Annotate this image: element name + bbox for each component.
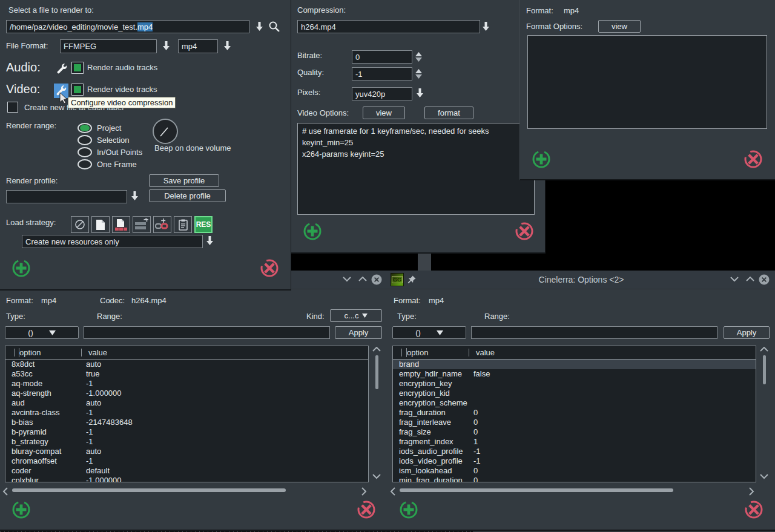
format-options-view-button[interactable]: view — [598, 20, 641, 33]
scroll-up-icon[interactable] — [760, 347, 768, 352]
table-row[interactable]: audauto — [5, 398, 368, 408]
load-nothing-button[interactable] — [71, 216, 89, 233]
video-options-format-button[interactable]: format — [424, 107, 473, 119]
table-row[interactable]: coderdefault — [5, 466, 368, 476]
extension-dropdown-icon[interactable] — [223, 41, 231, 51]
shade-window-button[interactable] — [343, 277, 351, 282]
scroll-left-icon[interactable] — [2, 487, 8, 496]
table-row[interactable]: fragment_index1 — [393, 437, 756, 447]
horizontal-scroll-thumb[interactable] — [12, 488, 286, 492]
render-video-checkbox[interactable] — [71, 84, 84, 96]
type-dropdown[interactable]: () — [5, 326, 79, 339]
table-row[interactable]: chromaoffset-1 — [5, 456, 368, 466]
kind-dropdown[interactable]: c...c — [330, 309, 382, 322]
extension-input[interactable]: mp4 — [178, 39, 218, 53]
table-row[interactable]: iods_video_profile-1 — [393, 456, 756, 466]
table-row[interactable]: aq-strength-1.000000 — [5, 389, 368, 398]
shade-window-button[interactable] — [730, 277, 739, 282]
table-row[interactable]: b-bias-2147483648 — [5, 418, 368, 427]
value-column-header[interactable]: value — [476, 348, 495, 357]
table-row[interactable]: cplxblur-1.000000 — [5, 476, 368, 482]
append-new-tracks-button[interactable] — [133, 216, 151, 233]
codec-input[interactable]: h264.mp4 — [297, 20, 480, 33]
table-row[interactable]: iods_audio_profile-1 — [393, 447, 756, 456]
paste-insertion-button[interactable] — [174, 216, 192, 233]
table-row[interactable]: frag_interleave0 — [393, 418, 756, 427]
close-window-button[interactable] — [371, 274, 382, 285]
path-dropdown-icon[interactable] — [256, 22, 263, 31]
apply-button[interactable]: Apply — [724, 326, 770, 339]
cancel-button[interactable] — [356, 499, 377, 520]
replace-concatenate-button[interactable] — [112, 216, 130, 233]
vertical-scroll-thumb[interactable] — [763, 355, 766, 384]
type-dropdown[interactable]: () — [392, 326, 466, 339]
browse-files-icon[interactable] — [268, 21, 280, 32]
range-option-one-frame[interactable]: One Frame — [78, 158, 142, 170]
table-header[interactable]: option value — [5, 346, 368, 360]
maximize-window-button[interactable] — [358, 277, 367, 282]
radio-icon[interactable] — [78, 123, 92, 133]
scroll-left-icon[interactable] — [390, 487, 395, 496]
vertical-scrollbar[interactable] — [369, 346, 384, 482]
options-right-titlebar[interactable]: GG Cinelerra: Options <2> — [388, 271, 775, 289]
codec-dropdown-icon[interactable] — [482, 22, 490, 31]
delete-profile-button[interactable]: Delete profile — [149, 189, 226, 202]
radio-icon[interactable] — [78, 147, 92, 157]
file-path-input[interactable]: /home/paz/video_editing/movie_test.mp4 — [6, 20, 249, 33]
render-audio-checkbox[interactable] — [71, 62, 84, 74]
radio-icon[interactable] — [78, 135, 92, 145]
close-window-button[interactable] — [759, 274, 770, 285]
table-row[interactable]: aq-mode-1 — [5, 379, 368, 389]
range-input[interactable] — [471, 326, 717, 339]
table-row[interactable]: b-pyramid-1 — [5, 427, 368, 437]
table-row[interactable]: 8x8dctauto — [5, 360, 368, 369]
ok-button[interactable] — [531, 149, 552, 169]
profile-dropdown-icon[interactable] — [131, 191, 139, 201]
table-row[interactable]: avcintra-class-1 — [5, 408, 368, 418]
file-format-input[interactable]: FFMPEG — [60, 39, 157, 53]
table-row[interactable]: empty_hdlr_namefalse — [393, 369, 756, 379]
render-profile-input[interactable] — [6, 190, 127, 203]
ok-button[interactable] — [11, 258, 31, 278]
apply-button[interactable]: Apply — [335, 326, 382, 339]
save-profile-button[interactable]: Save profile — [149, 174, 219, 187]
quality-spinner[interactable] — [415, 68, 423, 79]
table-row[interactable]: brand — [393, 360, 756, 369]
range-option-project[interactable]: Project — [78, 122, 142, 134]
option-column-header[interactable]: option — [406, 348, 428, 357]
bitrate-spinner[interactable] — [415, 51, 423, 62]
table-row[interactable]: encryption_scheme — [393, 398, 756, 408]
value-column-header[interactable]: value — [88, 348, 107, 357]
table-row[interactable]: ism_lookahead0 — [393, 466, 756, 476]
option-column-header[interactable]: option — [19, 348, 41, 357]
concatenate-tracks-button[interactable] — [153, 216, 171, 233]
horizontal-scrollbar[interactable] — [389, 485, 773, 496]
quality-input[interactable]: -1 — [352, 67, 412, 80]
ok-button[interactable] — [11, 499, 31, 520]
scroll-right-icon[interactable] — [361, 487, 367, 496]
pixels-dropdown-icon[interactable] — [416, 88, 424, 98]
table-row[interactable]: bluray-compatauto — [5, 447, 368, 456]
replace-project-button[interactable] — [91, 216, 110, 233]
scroll-down-icon[interactable] — [372, 474, 381, 479]
insertion-strategy-dropdown[interactable]: Create new resources only — [22, 235, 203, 248]
create-resources-button[interactable]: RES — [194, 216, 213, 233]
ok-button[interactable] — [398, 499, 419, 520]
vertical-scrollbar[interactable] — [757, 346, 771, 482]
format-dropdown-icon[interactable] — [162, 41, 170, 51]
table-row[interactable]: min_frag_duration0 — [393, 476, 756, 482]
scroll-down-icon[interactable] — [760, 474, 768, 479]
table-header[interactable]: option value — [393, 346, 756, 360]
ok-button[interactable] — [302, 221, 323, 241]
range-option-selection[interactable]: Selection — [78, 134, 142, 146]
table-row[interactable]: frag_size0 — [393, 427, 756, 437]
configure-audio-wrench-icon[interactable] — [54, 62, 69, 76]
cancel-button[interactable] — [744, 499, 764, 520]
beep-volume-knob[interactable] — [153, 119, 178, 144]
table-row[interactable]: encryption_key — [393, 379, 756, 389]
bitrate-input[interactable]: 0 — [352, 50, 412, 64]
range-input[interactable] — [84, 326, 330, 339]
cancel-button[interactable] — [259, 258, 280, 278]
cancel-button[interactable] — [743, 149, 763, 169]
video-options-textarea[interactable]: # use framerate for 1 keyframe/sec, need… — [297, 123, 535, 215]
